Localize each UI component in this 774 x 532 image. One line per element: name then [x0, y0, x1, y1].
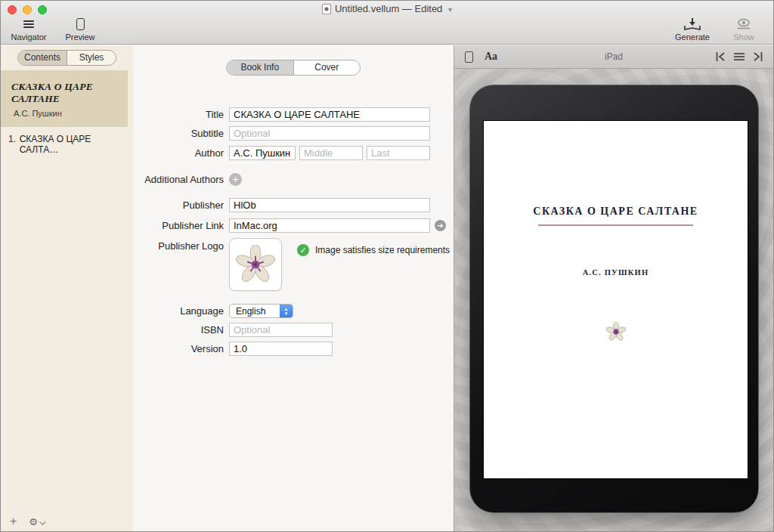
publisher-link-label: Publisher Link — [133, 220, 224, 231]
sidebar-tab-strip: Contents Styles — [1, 45, 133, 70]
publisher-logo-label: Publisher Logo — [133, 238, 224, 252]
navigator-icon — [23, 19, 34, 29]
window-title: Untitled.vellum — Edited ▾ — [1, 3, 773, 14]
publisher-logo-flower-image — [236, 245, 275, 284]
publisher-input[interactable] — [229, 198, 430, 212]
version-input[interactable] — [229, 342, 333, 356]
sidebar-bottom-bar: + ⚙ — [1, 512, 133, 531]
publisher-label: Publisher — [133, 200, 224, 211]
language-popup[interactable]: English ▲▼ — [229, 304, 293, 318]
app-window: Untitled.vellum — Edited ▾ Navigator Pre… — [0, 0, 774, 532]
sidebar-book-header[interactable]: СКАЗКА О ЦАРЕ САЛТАНЕ А.С. Пушкин — [1, 70, 128, 127]
chapter-title: СКАЗКА О ЦАРЕ САЛТА… — [20, 134, 123, 155]
author-label: Author — [133, 147, 224, 159]
generate-book-arrow-icon — [684, 18, 701, 31]
tab-cover[interactable]: Cover — [293, 60, 361, 75]
preview-label: Preview — [65, 32, 94, 42]
sidebar: Contents Styles СКАЗКА О ЦАРЕ САЛТАНЕ А.… — [1, 45, 133, 531]
document-icon — [322, 4, 331, 14]
navigator-button[interactable]: Navigator — [7, 17, 51, 42]
sidebar-segmented-control: Contents Styles — [17, 50, 116, 66]
popup-stepper-icon: ▲▼ — [280, 304, 293, 318]
author-middle-input[interactable] — [299, 146, 363, 160]
tab-contents[interactable]: Contents — [18, 51, 67, 65]
isbn-input[interactable] — [229, 323, 333, 337]
author-last-input[interactable] — [367, 146, 430, 160]
preview-icon — [76, 18, 85, 30]
show-button[interactable]: Show — [722, 17, 766, 42]
gear-icon: ⚙ — [29, 516, 38, 527]
show-label: Show — [733, 32, 754, 42]
language-label: Language — [133, 305, 224, 317]
publisher-logo-well[interactable] — [229, 238, 282, 291]
book-info-panel: Book Info Cover Title Subtitle Author Ad… — [133, 45, 454, 531]
cover-author: А.С. ПУШКИН — [484, 268, 748, 277]
publisher-link-input[interactable] — [229, 218, 430, 233]
window-title-filename: Untitled.vellum — [335, 3, 399, 14]
logo-status: ✓ Image satisfies size requirements — [297, 244, 450, 256]
subtitle-input[interactable] — [229, 126, 430, 141]
tab-book-info[interactable]: Book Info — [227, 60, 293, 75]
sidebar-book-author: А.С. Пушкин — [14, 109, 120, 118]
title-label: Title — [133, 109, 224, 120]
sidebar-book-title: СКАЗКА О ЦАРЕ САЛТАНЕ — [11, 81, 120, 105]
cover-publisher-logo-flower — [606, 322, 626, 342]
chapter-actions-button[interactable]: ⚙ — [29, 515, 44, 528]
window-title-dash: — — [402, 3, 412, 14]
preview-panel: Aa iPad — [454, 45, 773, 531]
add-author-button[interactable]: + — [229, 173, 242, 186]
skip-to-start-icon[interactable] — [716, 52, 726, 61]
open-link-button[interactable]: ➔ — [435, 220, 446, 231]
language-value: English — [230, 306, 280, 317]
ipad-screen[interactable]: СКАЗКА О ЦАРЕ САЛТАНЕ А.С. ПУШКИН — [483, 120, 748, 479]
check-circle-icon: ✓ — [297, 244, 309, 256]
table-of-contents-icon[interactable] — [734, 52, 745, 61]
isbn-label: ISBN — [133, 324, 224, 336]
main-content: Contents Styles СКАЗКА О ЦАРЕ САЛТАНЕ А.… — [1, 45, 773, 531]
skip-to-end-icon[interactable] — [753, 52, 763, 61]
chapter-number: 1. — [8, 134, 20, 155]
author-first-input[interactable] — [229, 146, 296, 160]
additional-authors-label: Additional Authors — [133, 174, 224, 185]
version-label: Version — [133, 343, 224, 354]
window-title-status[interactable]: Edited — [414, 3, 442, 14]
bookinfo-cover-segmented-control: Book Info Cover — [226, 60, 361, 76]
navigator-label: Navigator — [11, 32, 46, 42]
generate-label: Generate — [675, 32, 710, 42]
sidebar-chapter-item[interactable]: 1. СКАЗКА О ЦАРЕ САЛТА… — [1, 127, 128, 162]
subtitle-label: Subtitle — [133, 128, 224, 139]
logo-status-text: Image satisfies size requirements — [315, 245, 450, 255]
chevron-down-icon — [39, 518, 45, 524]
generate-button[interactable]: Generate — [670, 17, 714, 42]
arrow-right-icon: ➔ — [437, 221, 443, 230]
show-eye-icon — [736, 18, 751, 30]
preview-toolbar: Aa iPad — [454, 45, 773, 69]
preview-button[interactable]: Preview — [58, 17, 102, 42]
ipad-device-frame: СКАЗКА О ЦАРЕ САЛТАНЕ А.С. ПУШКИН — [469, 85, 759, 513]
book-cover-page: СКАЗКА О ЦАРЕ САЛТАНЕ А.С. ПУШКИН — [484, 121, 748, 478]
preview-canvas: СКАЗКА О ЦАРЕ САЛТАНЕ А.С. ПУШКИН — [454, 69, 773, 531]
cover-title-rule — [538, 224, 693, 226]
tab-styles[interactable]: Styles — [67, 51, 116, 65]
titlebar-toolbar: Untitled.vellum — Edited ▾ Navigator Pre… — [1, 1, 773, 45]
title-input[interactable] — [229, 107, 430, 122]
plus-icon: + — [232, 173, 238, 185]
title-chevron-icon[interactable]: ▾ — [448, 5, 452, 14]
add-chapter-button[interactable]: + — [10, 515, 17, 527]
cover-title: СКАЗКА О ЦАРЕ САЛТАНЕ — [484, 121, 748, 218]
